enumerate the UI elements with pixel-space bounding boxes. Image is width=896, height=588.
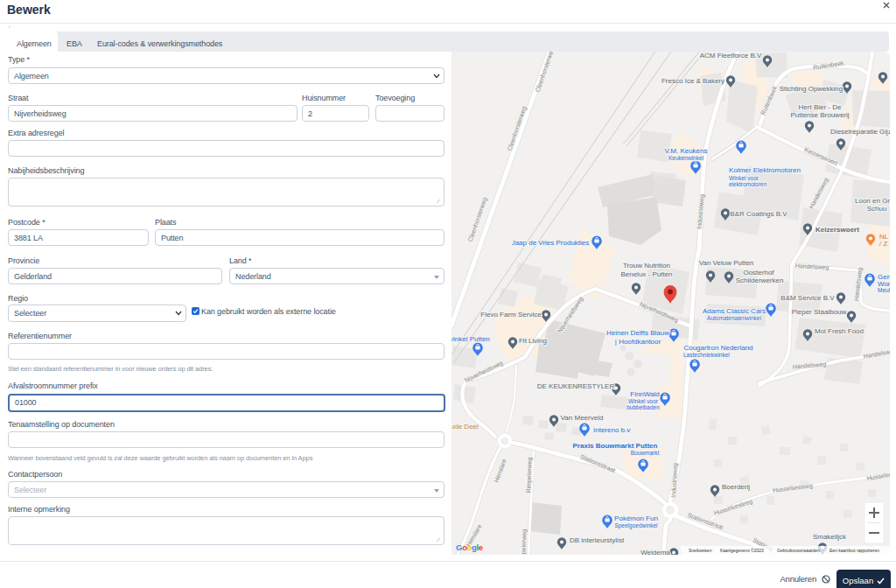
- svg-text:Boerderij: Boerderij: [722, 483, 750, 491]
- svg-text:Handelsw: Handelsw: [863, 348, 890, 359]
- svg-text:Ruitenbeek: Ruitenbeek: [813, 60, 845, 71]
- svg-text:Trouw Nutrition: Trouw Nutrition: [623, 262, 670, 270]
- svg-text:pelerweg: pelerweg: [521, 529, 528, 555]
- svg-text:ACM Fleetforce B.V: ACM Fleetforce B.V: [700, 52, 762, 60]
- svg-text:Lastechniekwinkel: Lastechniekwinkel: [683, 352, 730, 358]
- svg-text:Automaterialenwinkel: Automaterialenwinkel: [707, 315, 761, 321]
- svg-text:/ Z: / Z: [879, 240, 887, 248]
- svg-text:bubbelbaden: bubbelbaden: [626, 404, 660, 410]
- svg-text:iude Deel: iude Deel: [452, 423, 479, 430]
- svg-text:Cougartron Nederland: Cougartron Nederland: [683, 344, 752, 352]
- svg-text:G: G: [456, 542, 462, 552]
- svg-text:Pieper Staalbouw: Pieper Staalbouw: [792, 308, 847, 316]
- svg-text:Praxis Bouwmarkt Putten: Praxis Bouwmarkt Putten: [573, 442, 658, 450]
- svg-text:Husselse: Husselse: [866, 471, 890, 481]
- svg-text:Oosterhof: Oosterhof: [743, 269, 774, 276]
- svg-text:Puttense Brouwerij: Puttense Brouwerij: [790, 111, 849, 119]
- svg-text:Een kaartfout rapporteren: Een kaartfout rapporteren: [830, 548, 879, 553]
- svg-text:Gebruiksvoorwaarden: Gebruiksvoorwaarden: [777, 548, 820, 553]
- svg-text:Industrieweg: Industrieweg: [696, 194, 705, 229]
- svg-text:Mol Fresh Food: Mol Fresh Food: [815, 327, 864, 335]
- svg-text:Loon en Gr: Loon en Gr: [855, 197, 890, 205]
- svg-text:Smakelijck: Smakelijck: [813, 533, 847, 541]
- svg-text:Fit Living: Fit Living: [519, 337, 547, 345]
- svg-text:elektromotoren: elektromotoren: [729, 181, 767, 187]
- svg-text:Benelux - Putten: Benelux - Putten: [620, 270, 672, 278]
- svg-text:Pokémon Fun: Pokémon Fun: [614, 514, 658, 522]
- svg-text:DE KEUKENRESTYLER: DE KEUKENRESTYLER: [537, 382, 615, 390]
- svg-text:Winkel voor: Winkel voor: [729, 175, 760, 181]
- svg-text:Adams Classic Cars: Adams Classic Cars: [703, 307, 766, 315]
- svg-text:Stichting Opwekking: Stichting Opwekking: [780, 85, 843, 93]
- svg-text:Kolmer Elektromotoren: Kolmer Elektromotoren: [729, 166, 801, 174]
- svg-text:Schilderwerken: Schilderwerken: [736, 276, 784, 284]
- svg-text:Jaap de Vries Produkties: Jaap de Vries Produkties: [512, 239, 590, 247]
- svg-text:FinnWald: FinnWald: [630, 390, 660, 398]
- svg-text:Husselsesteeg: Husselsesteeg: [773, 482, 814, 494]
- svg-text:Sneltoetsen: Sneltoetsen: [689, 548, 712, 553]
- svg-text:Keizerswoert: Keizerswoert: [816, 226, 859, 234]
- svg-text:V.M. Keukens: V.M. Keukens: [664, 147, 707, 155]
- svg-text:Bouwmarkt: Bouwmarkt: [631, 450, 660, 456]
- svg-text:Speelgoedwinkel: Speelgoedwinkel: [614, 522, 658, 529]
- svg-text:Keukenwinkel: Keukenwinkel: [668, 155, 704, 161]
- svg-text:Winkel voor: Winkel voor: [628, 398, 659, 404]
- svg-text:| Hoofdkantoor: | Hoofdkantoor: [615, 338, 662, 346]
- svg-text:Weidema: Weidema: [640, 549, 670, 555]
- svg-text:e: e: [479, 542, 483, 552]
- svg-text:Heinen Delfts Blauw: Heinen Delfts Blauw: [606, 329, 669, 337]
- svg-text:DB interieurstylist: DB interieurstylist: [570, 536, 625, 544]
- svg-text:Flevo Farm Service: Flevo Farm Service: [480, 311, 542, 318]
- svg-text:vinkel Putten: vinkel Putten: [452, 335, 490, 343]
- svg-text:Van Meerveld: Van Meerveld: [561, 414, 604, 422]
- svg-text:Van Veluw Putten: Van Veluw Putten: [699, 259, 754, 267]
- svg-text:Hert Bier - De: Hert Bier - De: [799, 103, 842, 111]
- svg-text:Fresco Ice & Bakery: Fresco Ice & Bakery: [662, 77, 724, 85]
- svg-text:B&M Service B.V: B&M Service B.V: [780, 294, 835, 302]
- svg-text:Handelsweg: Handelsweg: [795, 262, 830, 271]
- svg-text:Kaartgegevens ©2023: Kaartgegevens ©2023: [720, 548, 764, 553]
- svg-text:Schuu: Schuu: [867, 205, 887, 213]
- svg-text:Intereno b.v: Intereno b.v: [593, 426, 630, 434]
- svg-text:Dieselreparatie Gijz: Dieselreparatie Gijz: [830, 128, 890, 136]
- svg-text:B&R Coatings B.V: B&R Coatings B.V: [730, 210, 788, 218]
- svg-text:Meub: Meub: [878, 287, 890, 293]
- svg-text:Cleenhorsterweg: Cleenhorsterweg: [535, 52, 556, 93]
